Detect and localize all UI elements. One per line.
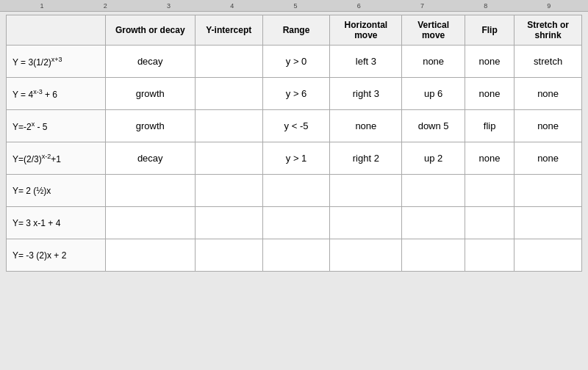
cell-equation: Y= -3 (2)x + 2	[7, 239, 106, 272]
cell-equation: Y= 2 (½)x	[7, 175, 106, 207]
cell-vmove	[402, 175, 465, 207]
cell-range	[262, 175, 330, 207]
ruler-mark: 7	[420, 2, 424, 10]
cell-stretch: none	[514, 78, 582, 110]
cell-yintercept	[195, 78, 262, 110]
cell-growth	[105, 207, 195, 239]
cell-vmove: down 5	[402, 110, 465, 142]
cell-stretch	[514, 207, 582, 239]
cell-range: y > 6	[262, 78, 330, 110]
ruler-mark: 5	[293, 2, 297, 10]
cell-stretch: none	[514, 142, 582, 175]
cell-equation: Y = 3(1/2)x+3	[7, 46, 106, 78]
cell-flip: flip	[465, 110, 514, 142]
cell-stretch	[514, 175, 582, 207]
col-header-flip: Flip	[465, 15, 514, 46]
table-row: Y = 4x-3 + 6growthy > 6right 3up 6noneno…	[7, 78, 582, 110]
cell-range: y < -5	[262, 110, 330, 142]
cell-flip	[465, 239, 514, 272]
cell-range	[262, 239, 330, 272]
ruler: 1 2 3 4 5 6 7 8 9	[0, 0, 588, 12]
cell-yintercept	[195, 142, 262, 175]
table-row: Y=-2x - 5growthy < -5nonedown 5flipnone	[7, 110, 582, 142]
col-header-growth: Growth or decay	[105, 15, 195, 46]
cell-range: y > 1	[262, 142, 330, 175]
ruler-mark: 2	[104, 2, 107, 10]
col-header-yintercept: Y-intercept	[195, 15, 262, 46]
ruler-mark: 9	[547, 2, 551, 10]
table-row: Y= -3 (2)x + 2	[7, 239, 582, 272]
cell-vmove: none	[402, 46, 465, 78]
ruler-mark: 3	[167, 2, 171, 10]
table-row: Y=(2/3)x-2+1decayy > 1right 2up 2nonenon…	[7, 142, 582, 175]
cell-yintercept	[195, 46, 262, 78]
cell-hmove	[330, 207, 402, 239]
ruler-mark: 6	[357, 2, 361, 10]
table-row: Y= 2 (½)x	[7, 175, 582, 207]
cell-hmove	[330, 175, 402, 207]
cell-equation: Y=(2/3)x-2+1	[7, 142, 106, 175]
cell-yintercept	[195, 239, 262, 272]
col-header-stretch: Stretch or shrink	[514, 15, 582, 46]
cell-range	[262, 207, 330, 239]
cell-flip: none	[465, 78, 514, 110]
cell-equation: Y=-2x - 5	[7, 110, 106, 142]
cell-vmove: up 6	[402, 78, 465, 110]
cell-flip: none	[465, 46, 514, 78]
cell-growth: decay	[105, 142, 195, 175]
col-header-hmove: Horizontal move	[330, 15, 402, 46]
cell-hmove: left 3	[330, 46, 402, 78]
col-header-vmove: Vertical move	[402, 15, 465, 46]
cell-growth: growth	[105, 110, 195, 142]
cell-stretch	[514, 239, 582, 272]
cell-flip	[465, 175, 514, 207]
cell-flip: none	[465, 142, 514, 175]
cell-growth: growth	[105, 78, 195, 110]
data-table: Growth or decay Y-intercept Range Horizo…	[6, 15, 582, 272]
cell-yintercept	[195, 110, 262, 142]
cell-growth: decay	[105, 46, 195, 78]
ruler-mark: 8	[484, 2, 487, 10]
main-content: Growth or decay Y-intercept Range Horizo…	[0, 12, 588, 370]
ruler-mark: 4	[230, 2, 234, 10]
cell-growth	[105, 239, 195, 272]
cell-stretch: none	[514, 110, 582, 142]
cell-yintercept	[195, 207, 262, 239]
col-header-range: Range	[262, 15, 330, 46]
cell-range: y > 0	[262, 46, 330, 78]
cell-vmove: up 2	[402, 142, 465, 175]
cell-yintercept	[195, 175, 262, 207]
cell-stretch: stretch	[514, 46, 582, 78]
ruler-mark: 1	[40, 2, 44, 10]
cell-hmove: right 2	[330, 142, 402, 175]
cell-hmove: right 3	[330, 78, 402, 110]
cell-growth	[105, 175, 195, 207]
table-row: Y = 3(1/2)x+3decayy > 0left 3nonenonestr…	[7, 46, 582, 78]
cell-vmove	[402, 207, 465, 239]
cell-flip	[465, 207, 514, 239]
cell-hmove: none	[330, 110, 402, 142]
col-header-equation	[7, 15, 106, 46]
cell-equation: Y= 3 x-1 + 4	[7, 207, 106, 239]
cell-equation: Y = 4x-3 + 6	[7, 78, 106, 110]
cell-vmove	[402, 239, 465, 272]
table-row: Y= 3 x-1 + 4	[7, 207, 582, 239]
cell-hmove	[330, 239, 402, 272]
